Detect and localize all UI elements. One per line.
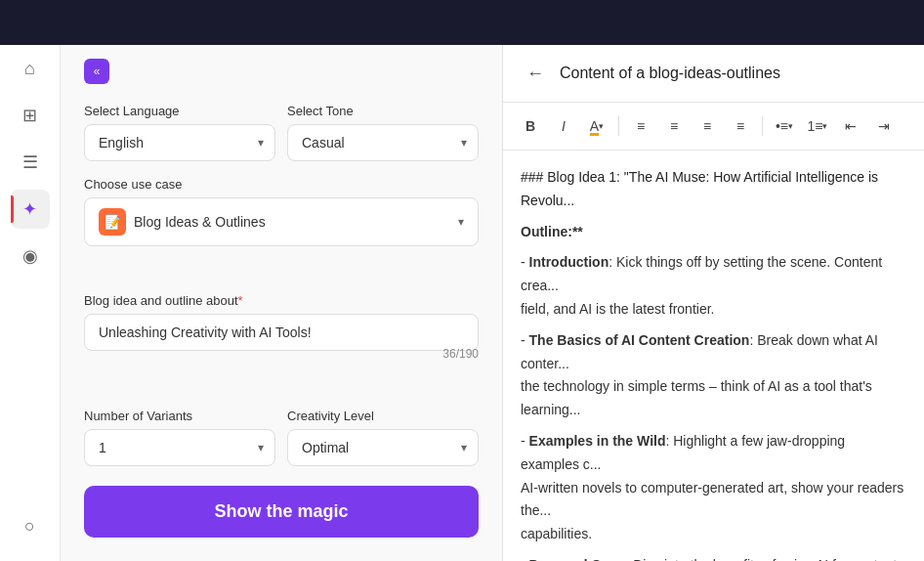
content-title: Content of a blog-ideas-outlines	[560, 65, 780, 82]
align-center-button[interactable]: ≡	[658, 110, 690, 142]
content-point-2: - The Basics of AI Content Creation: Bre…	[521, 329, 906, 422]
sidebar: ⌂ ⊞ ☰ ✦ ◉ ○	[0, 0, 61, 561]
use-case-icon: 📝	[99, 208, 126, 236]
use-case-label: Choose use case	[84, 177, 479, 192]
blog-idea-label: Blog idea and outline about*	[84, 293, 479, 308]
back-button[interactable]: ←	[521, 59, 550, 88]
language-label: Select Language	[84, 104, 275, 118]
right-panel: ← Content of a blog-ideas-outlines B I A…	[503, 0, 924, 561]
indent-less-button[interactable]: ⇤	[835, 110, 866, 142]
variants-select[interactable]: 1 2 3 4	[84, 429, 275, 466]
char-count: 36/190	[84, 347, 479, 361]
creativity-select[interactable]: Low Medium Optimal High Max	[287, 429, 479, 466]
use-case-group: Choose use case 📝 Blog Ideas & Outlines …	[84, 177, 479, 278]
collapse-button[interactable]: «	[84, 59, 109, 84]
align-left-button[interactable]: ≡	[625, 110, 656, 142]
indent-more-button[interactable]: ⇥	[868, 110, 900, 142]
topbar	[0, 0, 924, 45]
editor-toolbar: B I A ▾ ≡ ≡ ≡ ≡ •≡ ▾ 1≡ ▾ ⇤ ⇥	[503, 103, 924, 151]
right-header: ← Content of a blog-ideas-outlines	[503, 45, 924, 103]
use-case-select[interactable]: 📝 Blog Ideas & Outlines ▾	[84, 197, 479, 246]
panel-header: «	[84, 59, 479, 84]
tone-label: Select Tone	[287, 104, 479, 118]
chevron-highlight-icon: ▾	[599, 121, 604, 131]
blog-idea-input[interactable]	[84, 314, 479, 351]
eye-icon[interactable]: ◉	[11, 237, 50, 276]
numbered-list-icon: 1≡	[808, 118, 823, 134]
blog-idea-group: Blog idea and outline about* 36/190	[84, 293, 479, 394]
variants-group: Number of Variants 1 2 3 4	[84, 409, 275, 466]
content-point-3: - Examples in the Wild: Highlight a few …	[521, 430, 906, 546]
content-point-1: - Introduction: Kick things off by setti…	[521, 251, 906, 321]
content-point-4: - Pros and Cons: Dive into the benefits …	[521, 554, 906, 561]
toolbar-divider-1	[618, 116, 619, 136]
numbered-list-button[interactable]: 1≡ ▾	[802, 110, 833, 142]
italic-button[interactable]: I	[548, 110, 579, 142]
show-magic-button[interactable]: Show the magic	[84, 486, 479, 538]
bullet-list-button[interactable]: •≡ ▾	[769, 110, 800, 142]
creativity-label: Creativity Level	[287, 409, 479, 423]
required-marker: *	[238, 293, 243, 308]
left-panel: « Select Language English Spanish French…	[61, 0, 503, 561]
align-right-button[interactable]: ≡	[692, 110, 723, 142]
bullet-list-icon: •≡	[776, 118, 788, 134]
language-select[interactable]: English Spanish French German	[84, 124, 275, 161]
home-icon[interactable]: ⌂	[11, 49, 50, 88]
align-justify-button[interactable]: ≡	[725, 110, 756, 142]
language-group: Select Language English Spanish French G…	[84, 104, 275, 161]
variants-label: Number of Variants	[84, 409, 275, 423]
language-tone-row: Select Language English Spanish French G…	[84, 104, 479, 161]
outline-label-1: Outline:**	[521, 221, 906, 244]
tone-select-wrapper: Casual Formal Professional Friendly	[287, 124, 479, 161]
chevron-down-icon: ▾	[458, 215, 464, 229]
toolbar-divider-2	[762, 116, 763, 136]
creativity-select-wrapper: Low Medium Optimal High Max	[287, 429, 479, 466]
inbox-icon[interactable]: ☰	[11, 143, 50, 182]
creativity-group: Creativity Level Low Medium Optimal High…	[287, 409, 479, 466]
use-case-value: Blog Ideas & Outlines	[134, 214, 450, 230]
tone-group: Select Tone Casual Formal Professional F…	[287, 104, 479, 161]
content-area: ### Blog Idea 1: "The AI Muse: How Artif…	[503, 151, 924, 561]
highlight-icon: A	[590, 118, 599, 134]
chevron-numbered-icon: ▾	[822, 121, 827, 131]
user-icon[interactable]: ○	[11, 506, 50, 545]
bold-button[interactable]: B	[515, 110, 546, 142]
variants-creativity-row: Number of Variants 1 2 3 4 Creativity Le…	[84, 409, 479, 466]
grid-icon[interactable]: ⊞	[11, 96, 50, 135]
chevron-list-icon: ▾	[788, 121, 793, 131]
highlight-button[interactable]: A ▾	[581, 110, 612, 142]
blog-heading-1: ### Blog Idea 1: "The AI Muse: How Artif…	[521, 166, 906, 213]
variants-select-wrapper: 1 2 3 4	[84, 429, 275, 466]
star-icon[interactable]: ✦	[11, 190, 50, 229]
language-select-wrapper: English Spanish French German	[84, 124, 275, 161]
tone-select[interactable]: Casual Formal Professional Friendly	[287, 124, 479, 161]
